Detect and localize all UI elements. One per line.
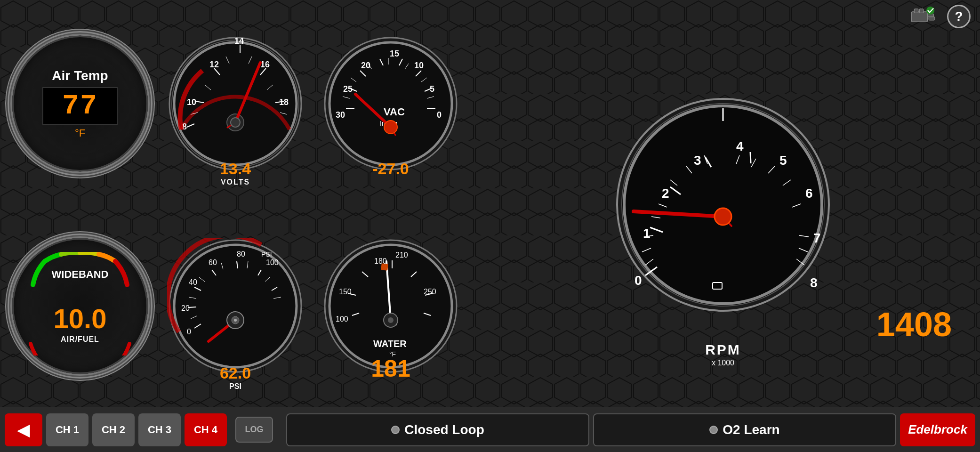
psi-gauge: 0 20 40 60 80 PSI 100 <box>160 207 311 405</box>
o2-learn-label: O2 Learn <box>723 422 779 437</box>
ch4-button[interactable]: CH 4 <box>185 413 227 446</box>
closed-loop-label: Closed Loop <box>404 422 484 437</box>
svg-text:210: 210 <box>395 251 408 259</box>
air-temp-value: 77 <box>53 90 107 122</box>
psi-svg: 0 20 40 60 80 PSI 100 <box>167 238 304 374</box>
svg-line-76 <box>750 152 751 163</box>
svg-text:18: 18 <box>279 97 289 107</box>
svg-text:PSI: PSI <box>261 250 272 258</box>
back-arrow-icon: ◀ <box>17 420 30 440</box>
svg-text:12: 12 <box>209 60 219 69</box>
svg-point-126 <box>234 319 237 322</box>
psi-value: 62.0 <box>220 364 251 382</box>
svg-text:WATER: WATER <box>373 339 407 349</box>
svg-text:20: 20 <box>181 304 190 312</box>
vac-gauge: 0 5 10 15 20 25 30 <box>315 5 466 202</box>
rpm-svg: 0 1 2 3 4 5 6 7 8 <box>615 97 831 313</box>
water-gauge: 100 150 180 210 250 WATER °F <box>315 207 466 405</box>
svg-point-128 <box>329 245 452 367</box>
svg-text:150: 150 <box>339 288 352 296</box>
psi-label: PSI <box>229 382 241 391</box>
svg-line-109 <box>188 307 196 307</box>
rpm-gauge: 0 1 2 3 4 5 6 7 8 <box>471 5 975 405</box>
svg-text:0: 0 <box>635 273 642 288</box>
svg-text:7: 7 <box>813 231 821 245</box>
edelbrock-label: Edelbrock <box>908 422 967 437</box>
closed-loop-button[interactable]: Closed Loop <box>286 413 589 446</box>
water-svg: 100 150 180 210 250 WATER °F <box>322 238 459 374</box>
svg-text:0: 0 <box>437 110 442 120</box>
svg-text:30: 30 <box>336 110 345 120</box>
closed-loop-indicator <box>391 426 400 434</box>
o2-learn-indicator <box>709 426 718 434</box>
svg-point-59 <box>384 121 397 134</box>
ch2-button[interactable]: CH 2 <box>92 413 135 446</box>
svg-point-147 <box>388 317 394 323</box>
volts-label: VOLTS <box>221 178 250 186</box>
rpm-value: 1408 <box>876 305 952 344</box>
log-button[interactable]: LOG <box>235 417 273 443</box>
main-background: ? Air Temp 77 °F <box>0 0 980 452</box>
svg-text:250: 250 <box>424 288 436 296</box>
svg-text:100: 100 <box>266 258 279 266</box>
svg-text:60: 60 <box>209 258 217 266</box>
svg-point-81 <box>715 208 731 225</box>
svg-text:5: 5 <box>779 153 787 168</box>
back-button[interactable]: ◀ <box>5 413 42 446</box>
svg-text:80: 80 <box>237 250 245 258</box>
svg-text:100: 100 <box>336 315 348 323</box>
svg-point-32 <box>329 42 452 165</box>
svg-text:0: 0 <box>187 328 191 336</box>
vac-svg: 0 5 10 15 20 25 30 <box>322 35 459 172</box>
wideband-title: WIDEBAND <box>52 268 109 281</box>
wideband-gauge: WIDEBAND 10.0 AIR/FUEL <box>12 238 148 374</box>
air-temp-unit: °F <box>75 127 85 139</box>
svg-point-30 <box>231 118 240 127</box>
air-temp-display: 77 <box>42 87 118 125</box>
svg-text:8: 8 <box>810 275 818 290</box>
o2-learn-button[interactable]: O2 Learn <box>593 413 896 446</box>
edelbrock-button[interactable]: Edelbrock <box>900 413 975 446</box>
wideband-value: 10.0 <box>54 303 107 334</box>
air-temp-title: Air Temp <box>52 68 108 83</box>
svg-text:2: 2 <box>662 186 669 201</box>
svg-text:VAC: VAC <box>384 106 405 118</box>
svg-text:15: 15 <box>390 49 399 58</box>
bottom-bar: ◀ CH 1 CH 2 CH 3 CH 4 LOG Closed Loop O2… <box>0 407 980 452</box>
svg-point-62 <box>624 106 822 304</box>
svg-text:3: 3 <box>694 153 701 168</box>
volts-gauge: 8 10 12 14 16 18 <box>160 5 311 202</box>
vac-value: -27.0 <box>372 160 409 178</box>
svg-text:14: 14 <box>234 36 244 46</box>
svg-text:1: 1 <box>643 226 651 241</box>
volts-svg: 8 10 12 14 16 18 <box>167 35 304 172</box>
svg-rect-145 <box>381 263 388 270</box>
air-temp-gauge: Air Temp 77 °F <box>12 35 148 172</box>
svg-text:10: 10 <box>414 61 424 70</box>
gauges-area: Air Temp 77 °F 8 <box>5 5 975 405</box>
svg-text:10: 10 <box>187 97 196 107</box>
svg-text:6: 6 <box>805 186 813 201</box>
ch1-button[interactable]: CH 1 <box>46 413 88 446</box>
svg-text:4: 4 <box>736 139 744 153</box>
rpm-sublabel: x 1000 <box>712 359 734 367</box>
rpm-label: RPM <box>705 342 741 358</box>
ch3-button[interactable]: CH 3 <box>138 413 181 446</box>
svg-text:20: 20 <box>361 61 370 70</box>
svg-text:40: 40 <box>189 278 197 286</box>
wideband-bottom-arc <box>28 341 132 355</box>
volts-value: 13.4 <box>220 160 251 178</box>
water-value: 181 <box>371 355 410 382</box>
svg-text:16: 16 <box>260 60 270 69</box>
